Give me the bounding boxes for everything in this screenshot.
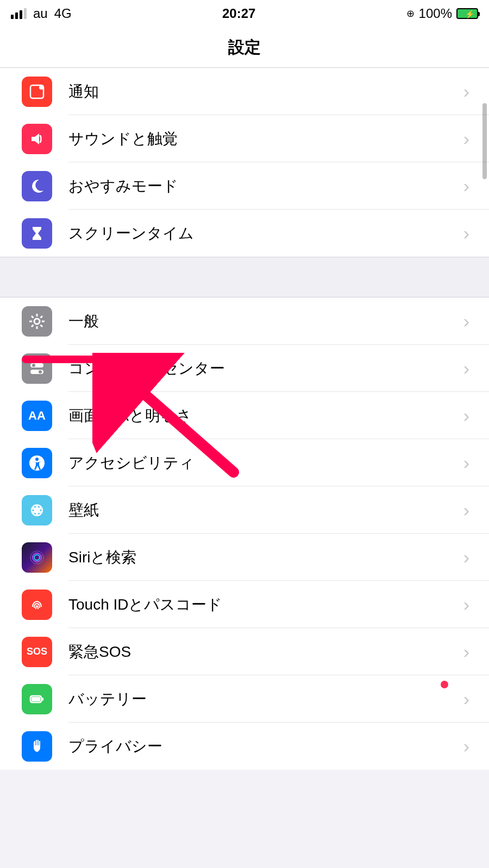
page-title: 設定 [228,36,261,59]
battery-percent-label: 100% [419,6,452,21]
chevron-right-icon: › [463,736,489,757]
chevron-right-icon: › [463,358,489,379]
battery-icon [22,684,52,714]
svg-line-9 [32,325,34,327]
row-privacy[interactable]: プライバシー › [0,723,489,770]
hourglass-icon [22,218,52,249]
icon-text: SOS [27,646,47,657]
svg-line-8 [41,325,43,327]
svg-point-1 [39,85,43,90]
battery-icon: ⚡ [456,8,478,19]
chevron-right-icon: › [463,499,489,521]
status-right: ⊕ 100% ⚡ [406,6,478,21]
row-accessibility[interactable]: アクセシビリティ › [0,439,489,486]
chevron-right-icon: › [463,81,489,102]
row-label: 一般 [68,311,463,332]
settings-group-1: 通知 › サウンドと触覚 › おやすみモード › スクリーンタイム › [0,68,489,257]
row-label: 通知 [68,81,463,102]
svg-point-2 [34,319,40,324]
chevron-right-icon: › [463,594,489,615]
annotation-underline [22,356,128,363]
row-label: スクリーンタイム [68,223,463,244]
row-label: 緊急SOS [68,642,463,662]
row-emergency-sos[interactable]: SOS 緊急SOS › [0,628,489,675]
row-do-not-disturb[interactable]: おやすみモード › [0,162,489,210]
siri-icon [22,542,52,573]
row-label: アクセシビリティ [68,453,463,473]
svg-point-14 [39,370,42,373]
row-battery[interactable]: バッテリー › [0,675,489,723]
carrier-label: au [33,6,48,21]
chevron-right-icon: › [463,641,489,662]
row-siri-search[interactable]: Siriと検索 › [0,534,489,581]
row-wallpaper[interactable]: 壁紙 › [0,486,489,534]
scrollbar[interactable] [482,103,487,179]
notification-dot [441,681,448,688]
orientation-lock-icon: ⊕ [406,8,415,20]
signal-strength-icon [11,8,27,19]
chevron-right-icon: › [463,223,489,244]
svg-rect-27 [42,698,43,701]
wallpaper-icon [22,495,52,525]
row-label: バッテリー [68,689,463,709]
row-label: サウンドと触覚 [68,129,463,149]
row-general[interactable]: 一般 › [0,297,489,345]
chevron-right-icon: › [463,311,489,332]
icon-text: AA [28,409,46,423]
svg-point-16 [35,458,39,461]
row-control-center[interactable]: コントロールセンター › [0,345,489,392]
row-label: プライバシー [68,736,463,757]
nav-bar: 設定 [0,27,489,68]
svg-point-18 [35,509,39,512]
clock-label: 20:27 [222,6,255,21]
notification-icon [22,77,52,107]
row-notifications[interactable]: 通知 › [0,68,489,115]
row-label: Siriと検索 [68,547,463,568]
accessibility-icon [22,448,52,478]
sos-icon: SOS [22,637,52,667]
fingerprint-icon [22,590,52,620]
row-label: 壁紙 [68,500,463,521]
text-size-icon: AA [22,401,52,431]
network-label: 4G [54,6,72,21]
row-label: コントロールセンター [68,358,463,379]
row-label: Touch IDとパスコード [68,594,463,615]
chevron-right-icon: › [463,405,489,426]
row-touch-id[interactable]: Touch IDとパスコード › [0,581,489,628]
chevron-right-icon: › [463,688,489,709]
svg-rect-26 [32,697,40,701]
chevron-right-icon: › [463,452,489,473]
row-label: 画面表示と明るさ [68,406,463,426]
svg-line-7 [32,316,34,318]
row-sounds[interactable]: サウンドと触覚 › [0,115,489,162]
privacy-icon [22,731,52,762]
row-screen-time[interactable]: スクリーンタイム › [0,210,489,257]
svg-point-24 [34,555,40,560]
gear-icon [22,306,52,337]
svg-point-12 [32,364,35,367]
chevron-right-icon: › [463,547,489,568]
moon-icon [22,171,52,201]
status-left: au 4G [11,6,72,21]
status-bar: au 4G 20:27 ⊕ 100% ⚡ [0,0,489,27]
row-label: おやすみモード [68,176,463,197]
row-display-brightness[interactable]: AA 画面表示と明るさ › [0,392,489,439]
sound-icon [22,124,52,154]
svg-line-10 [41,316,43,318]
settings-group-2: 一般 › コントロールセンター › AA 画面表示と明るさ › アクセシビリティ… [0,297,489,770]
section-separator [0,257,489,297]
